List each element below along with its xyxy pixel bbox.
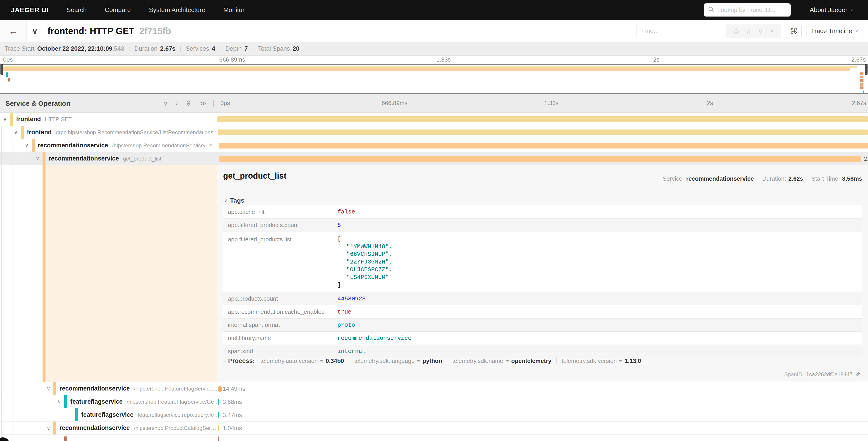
tag-row: app.filtered_products.count 8 bbox=[223, 218, 862, 232]
chevron-down-icon: ∨ bbox=[224, 198, 227, 203]
service-color-bar bbox=[75, 408, 78, 421]
back-button[interactable]: ← bbox=[0, 20, 27, 42]
minimap-tick: 2.67s bbox=[851, 56, 866, 63]
trace-id-short: 2f715fb bbox=[140, 26, 171, 36]
tag-key: app.recommendation.cache_enabled bbox=[223, 308, 337, 315]
column-resizer-handle[interactable] bbox=[213, 100, 215, 107]
nav-item-system-architecture[interactable]: System Architecture bbox=[149, 6, 205, 13]
expand-all-icon[interactable]: ≫ bbox=[200, 99, 206, 107]
service-color-bar bbox=[21, 126, 24, 139]
span-row-frontend-http-get[interactable]: ∨ frontend HTTP GET bbox=[0, 113, 868, 126]
nav-item-monitor[interactable]: Monitor bbox=[223, 6, 244, 13]
nav-item-compare[interactable]: Compare bbox=[105, 6, 131, 13]
minimap-right-scrubber[interactable] bbox=[865, 64, 868, 75]
collapse-all-icon[interactable]: ≫ bbox=[185, 100, 192, 107]
span-bar[interactable] bbox=[218, 129, 868, 136]
span-row-featureflag-repo-query[interactable]: featureflagservice featureflagservice.re… bbox=[0, 408, 868, 421]
tag-value: 8 bbox=[337, 222, 341, 229]
services-label: Services bbox=[186, 45, 209, 52]
nav-item-search[interactable]: Search bbox=[66, 6, 87, 13]
minimap-span bbox=[860, 79, 864, 82]
chevron-down-icon[interactable]: ∨ bbox=[33, 156, 42, 161]
trace-collapse-toggle[interactable]: ∨ bbox=[32, 20, 38, 42]
collapse-one-icon[interactable]: ∨ bbox=[163, 99, 168, 107]
chevron-down-icon[interactable]: ∨ bbox=[43, 386, 53, 392]
span-row-featureflag-get[interactable]: ∨ featureflagservice /hipstershop.Featur… bbox=[0, 395, 868, 408]
span-operation-name: /hipstershop.FeatureFlagService… bbox=[134, 385, 217, 392]
detail-service-value: recommendationservice bbox=[686, 175, 754, 182]
trace-start-value: October 22 2022, 22:10:09 bbox=[37, 45, 113, 52]
ruler-tick: 0μs bbox=[220, 99, 230, 107]
minimap-span-recommendation bbox=[1, 68, 850, 71]
chevron-down-icon: ∨ bbox=[32, 26, 38, 36]
find-next-icon[interactable]: ∨ bbox=[758, 27, 763, 35]
trace-title: frontend: HTTP GET bbox=[48, 26, 134, 36]
minimap-time-labels: 0μs 666.89ms 1.33s 2s 2.67s bbox=[0, 56, 868, 64]
detail-duration-label: Duration: bbox=[762, 175, 786, 182]
minimap-span bbox=[863, 91, 864, 93]
find-group: ◎ ∧ ∨ × bbox=[637, 24, 781, 38]
service-color-bar bbox=[53, 382, 56, 395]
chevron-down-icon[interactable]: ∨ bbox=[22, 143, 32, 148]
span-row-partial[interactable] bbox=[0, 435, 868, 441]
span-bar[interactable] bbox=[218, 437, 219, 441]
chevron-down-icon[interactable]: ∨ bbox=[43, 425, 53, 431]
tag-row: app.recommendation.cache_enabled true bbox=[223, 305, 862, 318]
locate-icon[interactable]: ◎ bbox=[733, 27, 739, 35]
minimap-span bbox=[860, 86, 864, 89]
span-service-name: recommendationservice bbox=[60, 385, 130, 392]
span-bar[interactable] bbox=[219, 156, 861, 161]
span-service-name: featureflagservice bbox=[81, 411, 133, 418]
tags-section-label: Tags bbox=[230, 197, 244, 204]
span-row-frontend-listrecommendations[interactable]: ∨ frontend grpc.hipstershop.Recommendati… bbox=[0, 126, 868, 139]
tag-value: recommendationservice bbox=[337, 335, 412, 342]
span-bar[interactable] bbox=[218, 412, 219, 418]
process-section-toggle[interactable]: › Process: telemetry.auto.version=0.34b0… bbox=[223, 357, 641, 364]
keyboard-shortcuts-button[interactable]: ⌘ bbox=[786, 24, 802, 38]
span-service-name: frontend bbox=[16, 116, 41, 123]
find-clear-icon[interactable]: × bbox=[770, 27, 774, 35]
span-bar[interactable] bbox=[218, 386, 222, 392]
span-detail-title: get_product_list bbox=[223, 171, 286, 181]
find-prev-icon[interactable]: ∧ bbox=[746, 27, 751, 35]
span-row-recommendation-list[interactable]: ∨ recommendationservice /hipstershop.Rec… bbox=[0, 139, 868, 152]
service-color-bar bbox=[42, 152, 45, 165]
tags-section-toggle[interactable]: ∨ Tags bbox=[224, 197, 244, 204]
link-icon[interactable] bbox=[852, 371, 861, 378]
span-row-get-product-list[interactable]: ∨ recommendationservice get_product_list… bbox=[0, 152, 868, 165]
ruler-tick: 2.67s bbox=[852, 99, 866, 107]
minimap-span-frontend bbox=[1, 66, 857, 68]
find-input[interactable] bbox=[637, 24, 726, 38]
trace-lookup-input[interactable] bbox=[717, 6, 787, 13]
span-bar[interactable] bbox=[218, 425, 219, 431]
tag-value: internal bbox=[337, 348, 366, 355]
span-row-recommendation-featureflag[interactable]: ∨ recommendationservice /hipstershop.Fea… bbox=[0, 382, 868, 395]
about-jaeger-menu[interactable]: About Jaeger ∨ bbox=[810, 0, 853, 20]
chevron-right-icon: › bbox=[223, 358, 225, 364]
span-duration-label: 3.47ms bbox=[223, 412, 242, 419]
trace-start-label: Trace Start bbox=[4, 45, 35, 52]
span-operation-name: featureflagservice.repo.query:fe… bbox=[137, 412, 217, 418]
span-service-name: recommendationservice bbox=[49, 155, 119, 162]
trace-minimap[interactable] bbox=[0, 64, 868, 94]
detail-service-label: Service: bbox=[662, 175, 684, 182]
span-bar[interactable] bbox=[218, 399, 219, 405]
chevron-down-icon[interactable]: ∨ bbox=[0, 116, 10, 122]
service-color-bar bbox=[64, 395, 67, 408]
span-detail-row: get_product_list Service: recommendation… bbox=[0, 165, 868, 382]
span-bar[interactable] bbox=[219, 143, 868, 148]
span-bar[interactable] bbox=[217, 116, 868, 122]
expand-one-icon[interactable]: › bbox=[176, 100, 178, 107]
span-duration-label: 2.62s bbox=[864, 155, 868, 162]
span-id-label: SpanID: bbox=[784, 371, 804, 378]
span-service-name: frontend bbox=[27, 129, 52, 136]
minimap-tick: 666.89ms bbox=[219, 56, 245, 63]
jaeger-logo[interactable]: JAEGER UI bbox=[11, 6, 49, 14]
chevron-down-icon[interactable]: ∨ bbox=[11, 129, 21, 136]
view-selector-label: Trace Timeline bbox=[811, 27, 852, 35]
chevron-down-icon[interactable]: ∨ bbox=[54, 399, 64, 405]
view-selector-dropdown[interactable]: Trace Timeline ∨ bbox=[806, 24, 863, 38]
span-row-recommendation-productcatalog[interactable]: ∨ recommendationservice /hipstershop.Pro… bbox=[0, 421, 868, 435]
total-spans-label: Total Spans bbox=[258, 45, 290, 52]
minimap-left-scrubber[interactable] bbox=[0, 64, 3, 75]
